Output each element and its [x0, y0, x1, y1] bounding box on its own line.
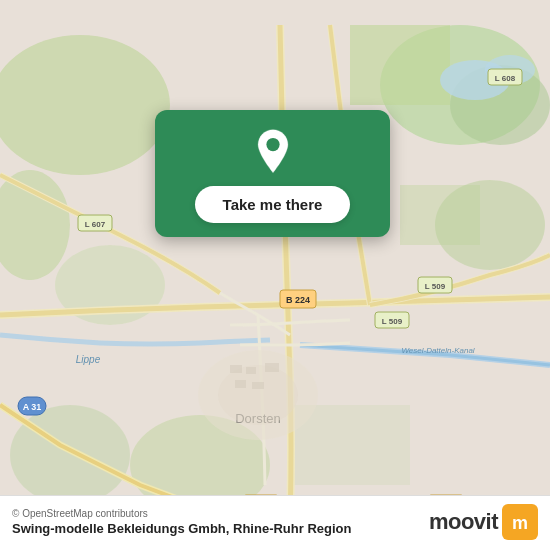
svg-text:L 509: L 509	[425, 282, 446, 291]
moovit-logo: moovit m	[429, 504, 538, 540]
svg-rect-35	[230, 365, 242, 373]
svg-rect-3	[350, 25, 450, 105]
svg-rect-38	[235, 380, 246, 388]
svg-text:Lippe: Lippe	[76, 354, 101, 365]
svg-point-8	[435, 180, 545, 270]
svg-text:A 31: A 31	[23, 402, 42, 412]
location-name: Swing-modelle Bekleidungs Gmbh, Rhine-Ru…	[12, 521, 351, 536]
map-background: B 224 L 607 L 509 L 509 L 608 A 31 B 224…	[0, 0, 550, 550]
svg-text:Wesel-Datteln-Kanal: Wesel-Datteln-Kanal	[401, 346, 474, 355]
bottom-bar: © OpenStreetMap contributors Swing-model…	[0, 495, 550, 550]
map-attribution: © OpenStreetMap contributors	[12, 508, 351, 519]
svg-text:m: m	[512, 513, 528, 533]
svg-point-34	[218, 365, 298, 425]
svg-rect-36	[246, 367, 256, 374]
svg-text:L 509: L 509	[382, 317, 403, 326]
location-card: Take me there	[155, 110, 390, 237]
pin-icon	[249, 128, 297, 176]
map-container: B 224 L 607 L 509 L 509 L 608 A 31 B 224…	[0, 0, 550, 550]
take-me-there-button[interactable]: Take me there	[195, 186, 351, 223]
svg-text:L 607: L 607	[85, 220, 106, 229]
svg-text:B 224: B 224	[286, 295, 310, 305]
svg-text:L 608: L 608	[495, 74, 516, 83]
svg-point-40	[266, 138, 279, 151]
moovit-wordmark: moovit	[429, 509, 498, 535]
moovit-m-icon: m	[508, 510, 532, 534]
bottom-info: © OpenStreetMap contributors Swing-model…	[12, 508, 351, 536]
svg-rect-37	[265, 363, 279, 372]
moovit-icon: m	[502, 504, 538, 540]
svg-rect-39	[252, 382, 264, 389]
